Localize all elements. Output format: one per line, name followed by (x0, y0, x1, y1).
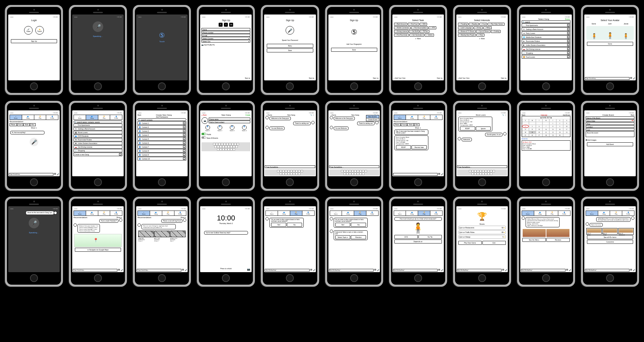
tab-home[interactable]: ⌂Home (10, 115, 22, 120)
contact-row[interactable]: 👤Contact 9+ (138, 153, 186, 157)
add-own-button[interactable]: + Add Your Own (394, 77, 406, 79)
interest-tag[interactable]: Meeting New People (458, 34, 476, 37)
home-button[interactable] (606, 82, 614, 90)
home-button[interactable] (414, 274, 422, 282)
mic-icon[interactable]: 🎤 (93, 21, 103, 32)
interest-tag[interactable]: Party (476, 34, 484, 37)
contact-row[interactable]: 👤Contact 1+ (138, 121, 186, 125)
event-field[interactable]: Cost (586, 128, 634, 131)
task-tag[interactable]: ATM (429, 26, 436, 29)
event-field[interactable]: About the event (586, 131, 634, 137)
home-button[interactable] (30, 178, 38, 186)
no-button[interactable]: No (287, 223, 302, 227)
rsvp-button[interactable]: RSVP (460, 127, 475, 130)
gang-subject-field[interactable]: Add a Gang subject (209, 121, 250, 123)
tab-play[interactable]: 🏆Play (98, 115, 110, 120)
search-input[interactable]: 🔍 search gangs, contacts, events (74, 121, 122, 123)
email-field[interactable]: E-mail (201, 34, 250, 37)
show-toggle[interactable]: Show ∨ (10, 127, 58, 129)
contact-row[interactable]: 👤Contact 10+ (138, 157, 186, 160)
public-toggle[interactable] (201, 133, 206, 135)
gang-row[interactable]: ⌂Find Apartments+ (522, 23, 570, 27)
gang-row[interactable]: 🛒Shopping+ (522, 51, 570, 55)
next-button[interactable]: Next ≫ (501, 77, 506, 79)
gang-row[interactable]: 👥HCI5 Students (74, 134, 122, 138)
options-icon[interactable]: 📎 ⋮ (310, 114, 314, 116)
interest-tag[interactable]: Movies & TV Shows (458, 30, 475, 33)
gang-row[interactable]: 🏛Indian Student Association+ (522, 43, 570, 47)
interest-tag[interactable]: Gym & Fitness (476, 30, 490, 33)
participant[interactable]: 👤Name 1 (205, 125, 210, 131)
interest-tag[interactable]: Traveling (458, 23, 468, 26)
tab-profile[interactable]: 👤Profile (110, 115, 122, 120)
home-button[interactable] (478, 274, 486, 282)
home-button[interactable] (478, 178, 486, 186)
view-events-menu[interactable]: View Events (366, 115, 379, 118)
task-tag[interactable]: TB Test (420, 30, 429, 33)
gang-row[interactable]: 🍔Food Lovers+ (522, 55, 570, 59)
task-tag[interactable]: Get Vaccination (410, 34, 424, 37)
contact-row[interactable]: 👤Contact 2+ (138, 125, 186, 129)
mic-icon[interactable]: 🎤 (57, 173, 59, 176)
touch-button[interactable]: 👆Touch (35, 26, 44, 35)
more-button[interactable]: ∨ More (458, 38, 506, 40)
listing-thumb[interactable] (154, 231, 170, 237)
name-field[interactable]: Name (201, 28, 250, 31)
gang-row[interactable]: 🛏Roommate Finders (74, 138, 122, 141)
home-button[interactable] (606, 178, 614, 186)
home-button[interactable] (478, 82, 486, 90)
avatar-option[interactable]: Jessie (624, 23, 628, 25)
random-button[interactable]: Random (351, 235, 366, 239)
home-button[interactable] (286, 274, 294, 282)
participant[interactable]: 👤Name 4 (242, 125, 247, 131)
gang-name-field[interactable]: Gang name (209, 118, 250, 120)
twitter-icon[interactable]: t (224, 23, 228, 27)
home-button[interactable] (286, 178, 294, 186)
next-button[interactable]: Next ≫ (245, 77, 251, 79)
menu-item[interactable]: Menu #2270 Cal (602, 228, 618, 235)
navigate-button[interactable]: ➤ Navigate via Google Maps (75, 248, 121, 252)
filter-pill[interactable]: Places (394, 123, 401, 126)
create-event-menu[interactable]: Create Event (366, 118, 379, 121)
contact-row[interactable]: 👤Contact 6+ (138, 141, 186, 145)
fingerprint-icon[interactable]: ⑤ (138, 31, 186, 39)
home-button[interactable] (286, 82, 294, 90)
gang-row[interactable]: 🎬Movie Lovers (74, 131, 122, 134)
add-event-button[interactable]: Add Event (563, 114, 570, 116)
customize-button[interactable]: Customize (587, 240, 633, 244)
camera-icon[interactable]: 📷 (247, 268, 250, 271)
restaurant-photo[interactable] (523, 229, 546, 237)
listing-thumb[interactable] (170, 231, 186, 237)
task-tag[interactable]: Find Food (408, 23, 419, 26)
type-input[interactable]: Type Something… (585, 77, 629, 80)
filter-pill[interactable]: Mov (414, 123, 420, 126)
restaurant-photo[interactable] (546, 229, 569, 237)
interest-tag[interactable]: Hiking (483, 26, 492, 29)
fingerprint-icon[interactable]: ⑤ (330, 28, 379, 37)
home-button[interactable] (350, 82, 358, 90)
retry-button[interactable]: Retry (267, 44, 313, 48)
participant[interactable]: 👤Name 2 (218, 125, 222, 131)
tab-profile[interactable]: 👤Profile (46, 115, 58, 120)
keyboard[interactable] (265, 169, 315, 176)
gang-row[interactable]: 🚗Get Driving License+ (522, 47, 570, 51)
facebook-icon[interactable]: f (219, 23, 223, 27)
contact-row[interactable]: 👤Contact 5+ (138, 137, 186, 141)
create-button[interactable]: Create (245, 114, 250, 116)
home-button[interactable] (94, 178, 102, 186)
create-gang-button[interactable]: Create a new Gang+ (74, 153, 122, 156)
search-input[interactable]: 🔍 search (522, 20, 570, 23)
task-tag[interactable]: Driving License (394, 30, 409, 33)
more-button[interactable]: ∨ More (394, 38, 443, 40)
interest-tag[interactable]: Play Video Games (488, 23, 504, 26)
contact-row[interactable]: 👤Contact 3+ (138, 129, 186, 133)
interest-tag[interactable]: Cooking (491, 30, 501, 33)
signup-button[interactable]: Sign Up (11, 39, 57, 43)
home-button[interactable] (542, 274, 550, 282)
contact-row[interactable]: 👤Contact 7+ (138, 145, 186, 149)
event-field[interactable]: Location (586, 125, 634, 128)
home-button[interactable] (158, 178, 166, 186)
task-tag[interactable]: Bank Account (394, 23, 408, 26)
image-icon[interactable]: 🖼 (630, 77, 632, 80)
home-button[interactable] (350, 274, 358, 282)
